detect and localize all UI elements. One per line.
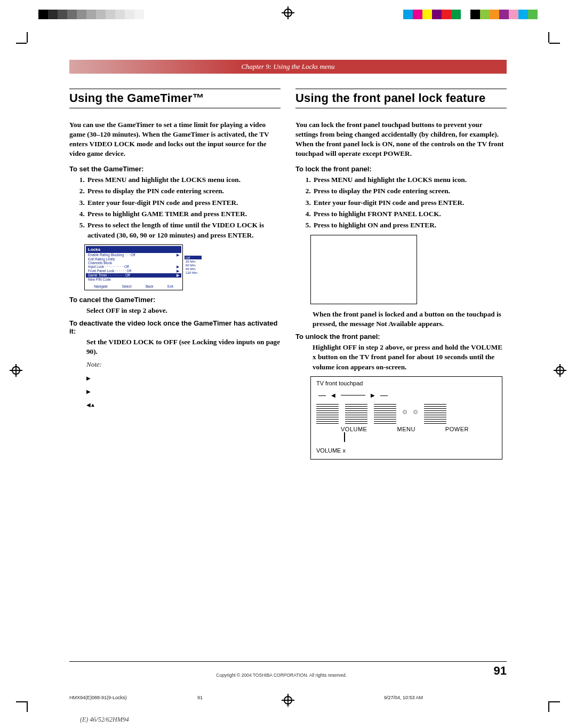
menu-row: Edit Rating Limits <box>86 257 181 261</box>
gray-swatch <box>77 10 86 19</box>
menu-row: Game Timer · · · · · · · · · Off▶ <box>86 273 181 278</box>
trim-text: (E) 46/52/62HM94 <box>80 716 129 724</box>
subhead-deactivate: To deactivate the video lock once the Ga… <box>69 319 281 335</box>
cancel-body: Select OFF in step 2 above. <box>86 306 281 315</box>
color-swatch <box>490 10 499 19</box>
menu-row: Input Lock · · · · · · · · · · Off▶ <box>86 265 181 269</box>
slugline: HMX94(E)088-91(9-Locks) 91 9/27/04, 10:5… <box>69 695 507 700</box>
menu-nav-label: Navigate <box>94 284 108 288</box>
steps-set-gametimer: Press MENU and highlight the LOCKS menu … <box>69 175 281 241</box>
step-item: Press to highlight FRONT PANEL LOCK. <box>313 209 507 219</box>
step-item: Press to highlight ON and press ENTER. <box>313 220 507 230</box>
subhead-lock-frontpanel: To lock the front panel: <box>295 165 507 173</box>
color-swatch <box>499 10 509 19</box>
color-swatch <box>422 10 432 19</box>
step-item: Press to display the PIN code entering s… <box>86 186 281 196</box>
crop-mark <box>16 691 37 712</box>
gray-swatch <box>134 10 144 19</box>
subhead-unlock-frontpanel: To unlock the front panel: <box>295 333 507 341</box>
note-label: Note: <box>86 360 281 369</box>
subhead-set-gametimer: To set the GameTimer: <box>69 165 281 173</box>
indicator-led <box>413 410 418 414</box>
menu-row: Front Panel Lock · · · · · · Off▶ <box>86 269 181 273</box>
gray-swatch <box>115 10 125 19</box>
slug-page: 91 <box>197 695 325 700</box>
right-arrow-icon: ▶ <box>371 392 375 398</box>
gray-swatch <box>58 10 67 19</box>
color-swatch <box>509 10 518 19</box>
touchpad-button <box>374 402 396 424</box>
crop-mark <box>16 32 37 53</box>
blank-screen-graphic <box>310 235 417 304</box>
step-item: Enter your four-digit PIN code and press… <box>313 198 507 208</box>
gray-swatch <box>106 10 115 19</box>
tv-front-touchpad-graphic: TV front touchpad — ◀ ▶ — VO <box>310 376 502 460</box>
chapter-header: Chapter 9: Using the Locks menu <box>69 60 507 74</box>
touchpad-button <box>345 402 367 424</box>
locks-menu-graphic: Locks Enable Rating Blocking · · · Off▶E… <box>84 244 183 290</box>
page-footer: Copyright © 2004 TOSHIBA CORPORATION. Al… <box>69 661 507 678</box>
menu-row: New PIN Code <box>86 278 181 281</box>
color-swatch <box>470 10 480 19</box>
color-swatch <box>451 10 461 19</box>
color-swatch <box>403 10 413 19</box>
menu-nav-label: Exit <box>167 284 173 288</box>
popup-option: 120 Min <box>185 271 202 274</box>
gray-swatch <box>86 10 96 19</box>
gray-swatch <box>96 10 106 19</box>
crop-mark <box>539 32 560 53</box>
label-power: POWER <box>445 426 469 432</box>
step-item: Press MENU and highlight the LOCKS menu … <box>86 175 281 185</box>
color-swatch <box>432 10 442 19</box>
color-swatch <box>518 10 528 19</box>
indicator-led <box>403 410 407 414</box>
label-volume-x: VOLUME x <box>316 447 497 454</box>
locked-message: When the front panel is locked and a but… <box>313 310 507 329</box>
touchpad-label: TV front touchpad <box>316 380 497 386</box>
menu-nav-label: Back <box>146 284 153 288</box>
menu-nav-label: Select <box>122 284 131 288</box>
color-swatch <box>480 10 490 19</box>
copyright: Copyright © 2004 TOSHIBA CORPORATION. Al… <box>69 672 494 678</box>
slug-date: 9/27/04, 10:53 AM <box>325 695 507 700</box>
step-item: Press to highlight GAME TIMER and press … <box>86 209 281 219</box>
intro-gametimer: You can use the GameTimer to set a time … <box>69 120 281 158</box>
step-item: Press to select the length of time until… <box>86 220 281 240</box>
gray-swatch <box>144 10 154 19</box>
menu-row: Enable Rating Blocking · · · Off▶ <box>86 253 181 257</box>
touchpad-button <box>424 402 446 424</box>
unlock-body: Highlight OFF in step 2 above, or press … <box>313 343 507 372</box>
column-right: Using the front panel lock feature You c… <box>295 89 507 460</box>
page-number: 91 <box>494 664 507 678</box>
registration-mark-top <box>282 6 294 19</box>
registration-mark-right <box>554 364 566 377</box>
menu-row: Channels Block <box>86 261 181 265</box>
label-menu: MENU <box>397 426 415 432</box>
step-item: Press to display the PIN code entering s… <box>313 186 507 196</box>
note-bullets <box>86 371 281 412</box>
intro-frontpanellock: You can lock the front panel touchpad bu… <box>295 120 507 158</box>
crop-mark <box>539 691 560 712</box>
popup-option: 60 Min <box>185 263 202 267</box>
color-swatch <box>461 10 470 19</box>
page-content: Chapter 9: Using the Locks menu Using th… <box>69 60 507 664</box>
subhead-cancel-gametimer: To cancel the GameTimer: <box>69 296 281 304</box>
slug-file: HMX94(E)088-91(9-Locks) <box>69 695 197 700</box>
popup-option: 30 Min <box>185 259 202 263</box>
touchpad-button <box>316 402 339 424</box>
color-swatch <box>413 10 422 19</box>
gray-swatch <box>125 10 134 19</box>
left-arrow-icon: ◀ <box>331 392 335 398</box>
bullet-icon <box>86 384 281 398</box>
gray-swatch <box>48 10 58 19</box>
popup-option: 90 Min <box>185 267 202 271</box>
registration-mark-left <box>10 364 22 377</box>
bullet-icon <box>86 371 281 384</box>
step-item: Press MENU and highlight the LOCKS menu … <box>313 175 507 185</box>
steps-lock-frontpanel: Press MENU and highlight the LOCKS menu … <box>295 175 507 231</box>
gray-swatch <box>38 10 48 19</box>
color-swatch <box>442 10 451 19</box>
color-swatch <box>528 10 538 19</box>
heading-gametimer: Using the GameTimer™ <box>69 89 281 108</box>
heading-frontpanellock: Using the front panel lock feature <box>295 89 507 108</box>
